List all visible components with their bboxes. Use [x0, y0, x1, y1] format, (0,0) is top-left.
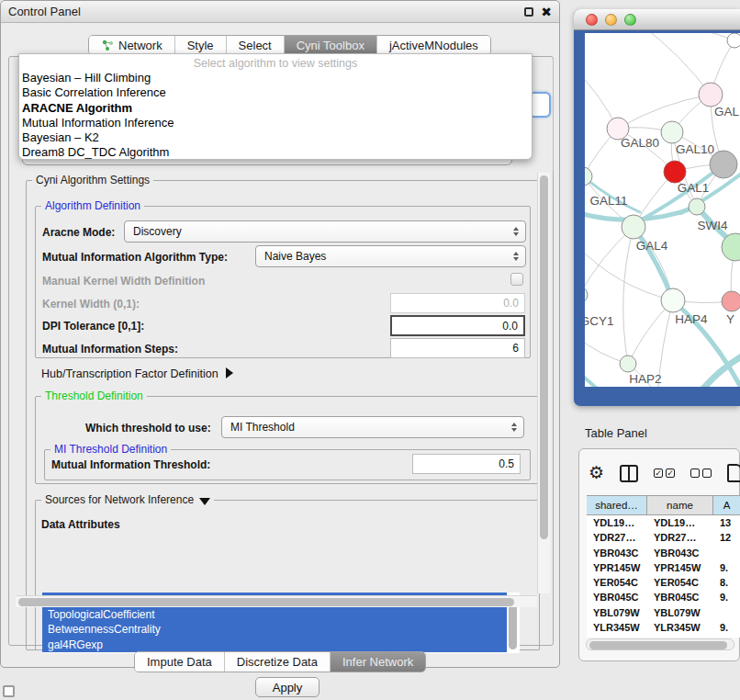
algorithm-option[interactable]: Mutual Information Inference — [19, 115, 532, 130]
table-row[interactable]: YPR145WYPR145W9. — [587, 560, 740, 575]
table-row[interactable]: YBR045CYBR045C9. — [587, 590, 740, 604]
algorithm-option[interactable]: Bayesian – K2 — [19, 130, 532, 144]
combo-stepper-icon — [513, 252, 519, 261]
node-label: Y — [726, 312, 734, 326]
table-horizontal-scrollbar[interactable] — [586, 638, 734, 650]
algorithm-option[interactable]: Dream8 DC_TDC Algorithm — [19, 144, 532, 159]
column-header-shared[interactable]: shared… — [587, 496, 647, 514]
settings-horizontal-scrollbar[interactable] — [16, 595, 537, 607]
column-header-A[interactable]: A — [713, 496, 740, 514]
sources-title-text: Sources for Network Inference — [45, 493, 194, 506]
kernel-width-label: Kernel Width (0,1): — [42, 298, 140, 310]
document-icon[interactable] — [727, 464, 740, 482]
expanded-arrow-icon — [199, 498, 210, 505]
node-swi4[interactable] — [689, 198, 705, 215]
tab-infer-network[interactable]: Infer Network — [331, 652, 425, 672]
network-window-titlebar[interactable] — [574, 9, 740, 30]
close-icon[interactable]: ✖ — [541, 7, 552, 17]
mini-panel-icon[interactable] — [3, 685, 15, 697]
tab-impute-data[interactable]: Impute Data — [135, 652, 225, 672]
node-gal1[interactable] — [664, 161, 686, 183]
tab-network[interactable]: Network — [89, 36, 175, 54]
table-row[interactable]: YBR043CYBR043C — [587, 546, 740, 560]
edge — [618, 95, 711, 129]
table-cell: 13 — [713, 515, 740, 530]
table-cell: YDR27… — [647, 530, 713, 545]
tab-style[interactable]: Style — [175, 36, 227, 54]
columns-icon[interactable] — [620, 465, 638, 482]
table-row[interactable]: YIL052CYIL052C9 — [587, 635, 740, 638]
mi-type-combo[interactable]: Naive Bayes — [255, 245, 526, 267]
tab-label: Network — [118, 39, 163, 52]
float-window-icon[interactable] — [524, 7, 533, 17]
sources-group-title[interactable]: Sources for Network Inference — [41, 493, 214, 506]
node-hap4[interactable] — [661, 288, 685, 312]
network-canvas[interactable]: GALGAL80GAL10GAL1GAL11GAL4SWI4HAP4YGCY1H… — [585, 33, 740, 387]
node-gal[interactable] — [699, 83, 723, 107]
table-row[interactable]: YLR345WYLR345W9. — [587, 620, 740, 635]
column-header-name[interactable]: name — [647, 496, 713, 514]
control-panel-titlebar[interactable]: Control Panel ✖ — [1, 1, 559, 23]
cyni-settings-group-title: Cyni Algorithm Settings — [32, 174, 153, 186]
close-traffic-light-icon[interactable] — [586, 14, 598, 26]
tab-jactivemnodules[interactable]: jActiveMNodules — [377, 36, 490, 54]
attribute-item-selected[interactable]: TopologicalCoefficient — [42, 607, 507, 622]
tab-cyni-toolbox[interactable]: Cyni Toolbox — [285, 36, 377, 54]
table-cell: YBR043C — [647, 546, 713, 560]
table-cell: 9. — [713, 560, 740, 575]
cyni-settings-area: Cyni Algorithm Settings Algorithm Defini… — [14, 171, 550, 610]
table-row[interactable]: YBL079WYBL079W — [587, 605, 740, 620]
table-rows[interactable]: YDL19…YDL19…13YDR27…YDR27…12YBR043CYBR04… — [587, 515, 740, 638]
threshold-definition-title: Threshold Definition — [41, 390, 147, 402]
kernel-width-field[interactable]: 0.0 — [390, 293, 525, 313]
zoom-traffic-light-icon[interactable] — [624, 14, 636, 26]
table-row[interactable]: YDL19…YDL19…13 — [587, 515, 740, 530]
unchecked-boxes-icon[interactable] — [690, 469, 712, 478]
table-cell — [713, 546, 740, 560]
kernel-width-value: 0.0 — [503, 297, 519, 310]
node-gcy1[interactable] — [585, 287, 588, 303]
algorithm-option[interactable]: Basic Correlation Inference — [19, 85, 532, 99]
mi-steps-value: 6 — [512, 342, 519, 355]
table-cell: YBR043C — [587, 546, 647, 560]
manual-kernel-checkbox[interactable] — [510, 273, 523, 286]
tab-discretize-data[interactable]: Discretize Data — [225, 652, 331, 672]
node[interactable] — [710, 151, 737, 178]
table-cell: YPR145W — [647, 560, 713, 575]
table-row[interactable]: YER054CYER054C8. — [587, 575, 740, 590]
aracne-mode-combo[interactable]: Discovery — [124, 220, 526, 243]
minimize-traffic-light-icon[interactable] — [605, 14, 617, 26]
tab-select[interactable]: Select — [227, 36, 285, 54]
gear-icon[interactable]: ⚙ — [589, 464, 604, 482]
network-icon — [101, 39, 114, 51]
table-cell: 12 — [713, 530, 740, 545]
table-cell: YBL079W — [647, 605, 713, 620]
which-threshold-combo[interactable]: MI Threshold — [221, 416, 524, 438]
node[interactable] — [727, 33, 740, 48]
hub-section-toggle[interactable]: Hub/Transcription Factor Definition — [41, 367, 233, 380]
mi-steps-field[interactable]: 6 — [390, 338, 525, 358]
mi-threshold-field[interactable]: 0.5 — [412, 454, 521, 474]
node-gal4[interactable] — [622, 215, 645, 239]
checked-boxes-icon[interactable]: ✓✓ — [654, 469, 675, 478]
dpi-tolerance-field[interactable]: 0.0 — [390, 315, 525, 336]
table-cell: YLR345W — [587, 620, 647, 635]
attribute-item-selected[interactable]: gal4RGexp — [42, 638, 507, 652]
node-gal10[interactable] — [661, 121, 683, 143]
table-cell — [713, 605, 740, 620]
table-cell: 9. — [713, 620, 740, 635]
attribute-item-selected[interactable]: BetweennessCentrality — [42, 622, 507, 637]
algorithm-option[interactable]: Bayesian – Hill Climbing — [19, 70, 532, 85]
mi-type-label: Mutual Information Algorithm Type: — [42, 251, 228, 264]
node-y[interactable] — [722, 291, 740, 311]
apply-button[interactable]: Apply — [255, 677, 320, 697]
settings-vertical-scrollbar[interactable] — [537, 173, 550, 593]
dpi-tolerance-label: DPI Tolerance [0,1]: — [42, 320, 144, 333]
node-hap2[interactable] — [620, 356, 636, 372]
table-row[interactable]: YDR27…YDR27…12 — [587, 530, 740, 545]
mi-threshold-value: 0.5 — [499, 457, 514, 470]
table-panel-title: Table Panel — [585, 426, 647, 440]
which-threshold-label: Which threshold to use: — [85, 422, 211, 435]
algorithm-option[interactable]: ARACNE Algorithm — [19, 100, 532, 115]
hub-section-label: Hub/Transcription Factor Definition — [41, 367, 219, 380]
